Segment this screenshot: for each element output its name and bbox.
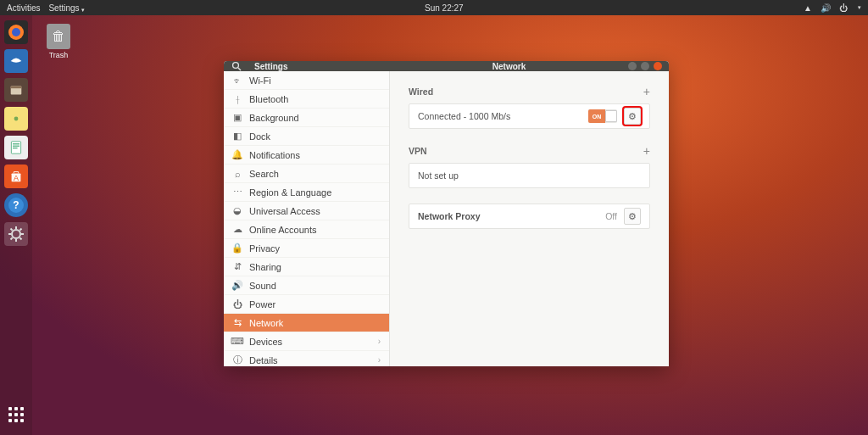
svg-rect-9 xyxy=(13,146,19,147)
wifi-icon: ᯤ xyxy=(232,75,242,86)
desktop-trash-label: Trash xyxy=(47,51,70,59)
sidebar-item-label: Region & Language xyxy=(249,187,331,198)
sidebar-item-power[interactable]: ⏻Power xyxy=(224,295,389,314)
svg-line-23 xyxy=(19,229,21,231)
vpn-add-button[interactable]: + xyxy=(643,144,650,158)
wired-section-header: Wired + xyxy=(409,85,650,98)
sidebar-item-label: Power xyxy=(249,299,275,310)
sidebar-item-sound[interactable]: 🔊Sound xyxy=(224,276,389,295)
sidebar-item-devices[interactable]: ⌨Devices› xyxy=(224,332,389,351)
window-titlebar[interactable]: Settings Network xyxy=(224,61,669,71)
vpn-title: VPN xyxy=(409,146,427,156)
toggle-knob xyxy=(605,110,617,122)
wired-connection-row: Connected - 1000 Mb/s ON ⚙ xyxy=(409,103,650,129)
sidebar-item-privacy[interactable]: 🔒Privacy xyxy=(224,239,389,258)
bt-icon: ⟊ xyxy=(232,94,242,104)
launcher-settings[interactable] xyxy=(4,222,28,246)
svg-point-1 xyxy=(12,28,20,36)
dock-icon: ◧ xyxy=(232,131,242,142)
sidebar-item-label: Dock xyxy=(249,131,270,142)
wired-settings-button[interactable]: ⚙ xyxy=(624,108,641,125)
wired-toggle[interactable]: ON xyxy=(588,109,617,123)
sidebar-item-sharing[interactable]: ⇵Sharing xyxy=(224,258,389,276)
vpn-status: Not set up xyxy=(418,170,459,181)
window-maximize-button[interactable] xyxy=(641,62,649,70)
wired-toggle-label: ON xyxy=(588,109,605,123)
trash-icon: 🗑 xyxy=(47,24,70,49)
desktop-trash[interactable]: 🗑 Trash xyxy=(47,24,70,59)
sidebar-item-notifications[interactable]: 🔔Notifications xyxy=(224,146,389,165)
ua-icon: ◒ xyxy=(232,205,242,216)
sidebar-item-region-language[interactable]: ⋯Region & Language xyxy=(224,183,389,202)
sidebar-item-universal-access[interactable]: ◒Universal Access xyxy=(224,202,389,220)
chevron-right-icon: › xyxy=(378,337,381,346)
svg-point-6 xyxy=(14,117,19,121)
clock[interactable]: Sun 22:27 xyxy=(85,3,804,13)
proxy-value: Off xyxy=(605,211,617,221)
proxy-title: Network Proxy xyxy=(418,211,481,221)
sidebar-item-network[interactable]: ⇆Network xyxy=(224,314,389,332)
search-icon: ⌕ xyxy=(232,169,242,179)
sidebar-item-bluetooth[interactable]: ⟊Bluetooth xyxy=(224,90,389,109)
settings-sidebar: ᯤWi-Fi⟊Bluetooth▣Background◧Dock🔔Notific… xyxy=(224,71,390,366)
share-icon: ⇵ xyxy=(232,261,242,272)
det-icon: ⓘ xyxy=(232,354,242,366)
sidebar-item-label: Background xyxy=(249,113,299,123)
volume-indicator-icon[interactable]: 🔊 xyxy=(821,3,831,13)
sidebar-item-label: Universal Access xyxy=(249,206,320,216)
sidebar-item-label: Details xyxy=(249,355,278,365)
sidebar-item-label: Sound xyxy=(249,281,276,291)
system-menu-chevron-icon[interactable]: ▾ xyxy=(858,4,861,14)
net-icon: ⇆ xyxy=(232,317,242,328)
launcher-thunderbird[interactable] xyxy=(4,49,28,73)
launcher-files[interactable] xyxy=(4,78,28,102)
sidebar-item-label: Devices xyxy=(249,337,282,347)
sidebar-item-wi-fi[interactable]: ᯤWi-Fi xyxy=(224,71,389,90)
sidebar-item-online-accounts[interactable]: ☁Online Accounts xyxy=(224,220,389,239)
lock-icon: 🔒 xyxy=(232,243,242,254)
launcher-writer[interactable] xyxy=(4,136,28,159)
proxy-row: Network Proxy Off ⚙ xyxy=(409,204,650,229)
window-minimize-button[interactable] xyxy=(628,62,637,70)
sidebar-item-details[interactable]: ⓘDetails› xyxy=(224,351,389,366)
sidebar-item-label: Network xyxy=(249,318,283,328)
sound-icon: 🔊 xyxy=(232,280,242,291)
window-close-button[interactable] xyxy=(654,62,662,70)
sidebar-item-label: Search xyxy=(249,169,279,179)
power-icon: ⏻ xyxy=(232,299,242,310)
show-applications-button[interactable] xyxy=(4,403,28,427)
topbar-settings-menu[interactable]: Settings▾ xyxy=(48,3,84,13)
network-indicator-icon[interactable]: ▲ xyxy=(804,3,812,13)
topbar: Activities Settings▾ Sun 22:27 ▲ 🔊 ⏻ ▾ xyxy=(0,0,868,15)
launcher: A ? xyxy=(0,15,32,435)
wired-title: Wired xyxy=(409,86,433,97)
power-indicator-icon[interactable]: ⏻ xyxy=(839,3,848,13)
launcher-software[interactable]: A xyxy=(4,165,28,188)
sidebar-item-label: Online Accounts xyxy=(249,225,317,235)
sidebar-item-label: Privacy xyxy=(249,243,280,254)
bg-icon: ▣ xyxy=(232,112,242,123)
svg-point-15 xyxy=(12,230,20,238)
activities-button[interactable]: Activities xyxy=(7,3,40,13)
sidebar-item-label: Sharing xyxy=(249,262,281,272)
sidebar-item-search[interactable]: ⌕Search xyxy=(224,165,389,183)
wired-status: Connected - 1000 Mb/s xyxy=(418,111,510,121)
sidebar-item-label: Wi-Fi xyxy=(249,75,271,86)
bell-icon: 🔔 xyxy=(232,149,242,160)
sidebar-item-label: Bluetooth xyxy=(249,94,288,104)
svg-rect-8 xyxy=(13,143,19,144)
svg-rect-4 xyxy=(11,86,22,89)
launcher-firefox[interactable] xyxy=(4,20,28,44)
wired-add-button[interactable]: + xyxy=(643,85,650,98)
sidebar-item-background[interactable]: ▣Background xyxy=(224,109,389,127)
titlebar-search-button[interactable] xyxy=(224,61,249,71)
svg-point-24 xyxy=(233,63,239,69)
launcher-help[interactable]: ? xyxy=(4,193,28,217)
svg-text:A: A xyxy=(14,174,19,182)
launcher-rhythmbox[interactable] xyxy=(4,107,28,131)
sidebar-item-dock[interactable]: ◧Dock xyxy=(224,127,389,146)
proxy-settings-button[interactable]: ⚙ xyxy=(624,208,641,225)
cloud-icon: ☁ xyxy=(232,224,242,235)
settings-window: Settings Network ᯤWi-Fi⟊Bluetooth▣Backgr… xyxy=(224,61,669,366)
gear-icon: ⚙ xyxy=(628,211,637,222)
